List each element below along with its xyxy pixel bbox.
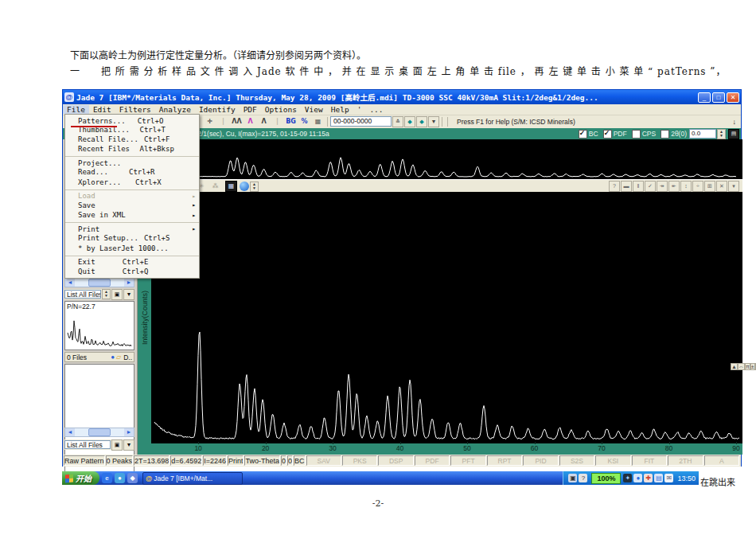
maximize-button[interactable]: □ xyxy=(712,92,725,103)
window-control-button[interactable]: ↕ xyxy=(680,181,692,192)
scroll-left-icon[interactable]: ◄ xyxy=(65,279,75,287)
grid-toggle-button[interactable]: ▦ xyxy=(225,181,237,192)
file-menu-item[interactable]: Patterns... Ctrl+O xyxy=(65,116,199,126)
display-grid-button[interactable]: ▤ xyxy=(728,129,739,139)
file-list[interactable] xyxy=(64,364,134,485)
window-control-button[interactable]: ▾ xyxy=(728,181,739,192)
jade-task-button[interactable]: @ Jade 7 [IBM+/Mat... xyxy=(142,472,243,485)
file-filter-combo[interactable]: List All Files ▲▼ ▣ ▼ xyxy=(64,289,134,299)
file-menu-item[interactable]: Project... xyxy=(65,158,199,168)
pdf-combo-button[interactable]: ≛ xyxy=(392,116,403,127)
toolbar-icon[interactable]: ▦ xyxy=(312,116,324,127)
refresh-icon[interactable]: ● xyxy=(111,353,115,361)
file-filter-value[interactable]: List All Files xyxy=(64,290,101,299)
window-control-button[interactable]: ↞ xyxy=(668,181,680,192)
file-menu-item[interactable]: Recent Files Alt+Bksp xyxy=(65,144,199,158)
xrd-plot[interactable] xyxy=(151,192,742,443)
scroll-left-icon[interactable]: ◄ xyxy=(65,428,75,436)
scan-option-checkbox[interactable]: PDF xyxy=(603,130,627,139)
toolbar-icon[interactable]: Λ xyxy=(244,116,256,127)
pdf-number-input[interactable]: 00-000-0000 xyxy=(330,116,392,127)
filter-spinner[interactable]: ▲▼ xyxy=(102,289,111,299)
window-control-button[interactable]: ▬ xyxy=(621,181,632,192)
menu-item[interactable]: Analyze xyxy=(155,105,195,114)
scan-option-checkbox[interactable]: CPS xyxy=(632,130,656,139)
file-menu-item[interactable]: Xplorer... Ctrl+X xyxy=(65,177,199,190)
battery-indicator[interactable]: 100% xyxy=(591,473,621,484)
file-menu-item[interactable]: * by LaserJet 1000... xyxy=(65,243,199,256)
menu-item[interactable]: Identify xyxy=(195,105,240,114)
checkbox-box[interactable] xyxy=(603,130,612,139)
file-menu-item[interactable]: Exit Ctrl+E xyxy=(65,258,199,268)
quick-launch-icon[interactable]: ● xyxy=(115,473,125,483)
window-control-button[interactable]: ÷ xyxy=(692,181,703,192)
file-menu-item[interactable]: Save in XML ▸ xyxy=(65,210,199,224)
chart-control-button[interactable]: π xyxy=(745,363,750,370)
file-menu-item[interactable]: Read... Ctrl+R xyxy=(65,168,199,178)
tray-icon[interactable]: ✚ xyxy=(644,474,653,482)
checkbox-box[interactable] xyxy=(579,130,587,139)
preview-thumbnail-box[interactable]: P/N=22.7 xyxy=(64,301,134,350)
file-menu-item[interactable]: Save ▸ xyxy=(65,201,199,210)
tray-icon[interactable]: ▣ xyxy=(568,474,577,482)
file-filter-value-2[interactable]: List All Files xyxy=(64,440,111,449)
folder-button-2[interactable]: ▣ xyxy=(111,439,123,451)
sphere-view-icon[interactable] xyxy=(240,182,249,191)
checkbox-box[interactable] xyxy=(632,130,641,139)
window-control-button[interactable]: ⊞ xyxy=(704,181,715,192)
pattern-tool-icon[interactable]: ⁂ xyxy=(209,181,221,192)
menu-item[interactable]: ' xyxy=(353,105,366,114)
scroll-right-icon[interactable]: ► xyxy=(124,279,134,287)
tray-icon[interactable]: ✉ xyxy=(664,474,673,482)
folder-button[interactable]: ▣ xyxy=(111,289,123,300)
window-control-button[interactable]: ‖ xyxy=(633,181,644,192)
quick-launch-icon[interactable]: e xyxy=(102,473,112,483)
offset-spinner[interactable]: ▲▼ xyxy=(717,129,726,139)
minimize-button[interactable]: _ xyxy=(698,92,711,103)
pdf-combo-button[interactable]: ▼ xyxy=(428,116,439,127)
folder-icon[interactable]: ▱ xyxy=(116,353,121,361)
scan-option-checkbox[interactable]: 2θ(0) xyxy=(661,130,687,139)
file-menu-item[interactable]: Quit Ctrl+Q xyxy=(65,267,199,276)
filter-dropdown-icon[interactable]: ▼ xyxy=(123,289,134,300)
two-theta-offset-input[interactable]: 0.0 xyxy=(689,129,716,139)
toolbar-icon[interactable]: ✛ xyxy=(204,116,216,127)
toolbar-icon[interactable]: Λ xyxy=(258,116,270,127)
file-filter-combo-2[interactable]: List All Files ▣ ▼ xyxy=(64,439,134,450)
file-menu-item[interactable]: Recall File... Ctrl+F xyxy=(65,135,199,144)
file-menu-item[interactable]: Print ▸ xyxy=(65,225,199,234)
window-control-button[interactable]: ✕ xyxy=(716,181,727,192)
scrollbar-thumb[interactable] xyxy=(88,428,111,436)
menu-item[interactable]: Filters xyxy=(115,105,155,114)
horizontal-scrollbar-2[interactable]: ◄ ► xyxy=(64,428,134,437)
window-control-button[interactable]: ✓ xyxy=(645,181,656,192)
window-control-button[interactable]: ? xyxy=(609,181,620,192)
tray-icon[interactable]: ● xyxy=(633,474,642,482)
toolbar-icon[interactable]: | xyxy=(271,116,283,127)
scan-option-checkbox[interactable]: BC xyxy=(579,130,598,139)
title-bar[interactable]: @ Jade 7 [IBM*/Materials Data, Inc.] Thu… xyxy=(63,90,741,104)
menu-item[interactable]: Help xyxy=(327,105,353,114)
menu-item[interactable]: Edit xyxy=(89,105,115,114)
menu-item[interactable]: View xyxy=(301,105,327,114)
toolbar-icon[interactable]: BG xyxy=(285,116,297,127)
chart-control-button[interactable]: ± xyxy=(750,363,755,370)
tray-icon[interactable]: ? xyxy=(579,474,587,482)
menu-item[interactable]: File xyxy=(63,105,89,114)
pdf-combo-button[interactable]: ◆ xyxy=(416,116,427,127)
window-control-button[interactable]: ↠ xyxy=(657,181,668,192)
file-menu-item[interactable]: Load ▸ xyxy=(65,192,199,201)
chart-control-button[interactable]: ⇔ xyxy=(738,363,745,370)
toolbar-icon[interactable]: ΛΛ xyxy=(231,116,243,127)
toolbar-collapse-arrow-icon[interactable]: ↓ xyxy=(733,118,737,126)
start-button[interactable]: 开始 xyxy=(62,471,99,485)
menu-item[interactable]: Options xyxy=(261,105,301,114)
file-menu-item[interactable]: Print Setup... Ctrl+S xyxy=(65,234,199,244)
checkbox-box[interactable] xyxy=(661,130,669,139)
filter-dropdown-icon-2[interactable]: ▼ xyxy=(123,439,134,451)
scroll-right-icon[interactable]: ► xyxy=(124,428,134,436)
horizontal-scrollbar[interactable]: ◄ ► xyxy=(64,278,134,287)
toolbar-icon[interactable]: % xyxy=(298,116,310,127)
tray-icon[interactable]: ▤ xyxy=(654,474,663,482)
scrollbar-thumb[interactable] xyxy=(88,279,111,287)
